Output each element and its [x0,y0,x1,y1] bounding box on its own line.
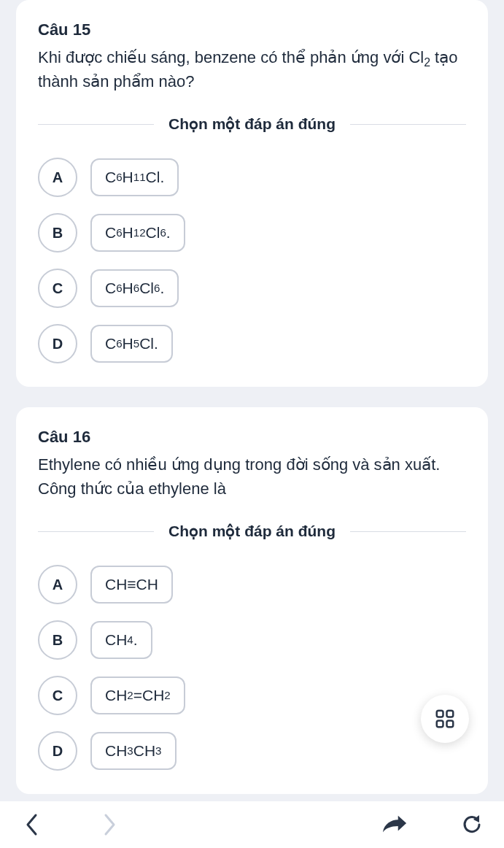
option-a[interactable]: A C6H11Cl. [38,158,466,197]
option-content[interactable]: CH4. [90,621,152,659]
next-button-disabled [96,812,123,838]
svg-rect-1 [447,711,454,717]
svg-rect-0 [437,711,443,717]
chevron-right-icon [102,813,117,836]
option-d[interactable]: D C6H5Cl. [38,324,466,363]
option-letter[interactable]: B [38,213,77,253]
option-letter[interactable]: C [38,269,77,308]
option-content[interactable]: C6H11Cl. [90,158,179,196]
instruction-label: Chọn một đáp án đúng [154,523,350,540]
questions-scroll[interactable]: Câu 15 Khi được chiếu sáng, benzene có t… [0,0,504,801]
option-d[interactable]: D CH3CH3 [38,731,466,771]
option-letter[interactable]: B [38,620,77,660]
option-b[interactable]: B CH4. [38,620,466,660]
question-title: Câu 16 [38,428,466,447]
option-letter[interactable]: D [38,324,77,363]
share-arrow-icon [381,814,408,836]
option-c[interactable]: C CH2 =CH2 [38,676,466,715]
instruction-label: Chọn một đáp án đúng [154,115,350,133]
option-letter[interactable]: C [38,676,77,715]
option-content[interactable]: C6H12Cl6. [90,214,185,252]
grid-fab-button[interactable] [421,695,469,743]
instruction-divider: Chọn một đáp án đúng [38,115,466,133]
svg-rect-2 [437,721,443,728]
option-letter[interactable]: A [38,158,77,197]
reload-button[interactable] [459,812,485,838]
question-card-16: Câu 16 Ethylene có nhiều ứng dụng trong … [16,407,488,794]
option-content[interactable]: C6H6Cl6. [90,269,179,307]
question-card-15: Câu 15 Khi được chiếu sáng, benzene có t… [16,0,488,387]
options-list: A C6H11Cl. B C6H12Cl6. C C6H6Cl6. D [38,158,466,363]
question-text: Ethylene có nhiều ứng dụng trong đời sốn… [38,452,466,501]
option-content[interactable]: C6H5Cl. [90,325,173,363]
option-a[interactable]: A CH ≡CH [38,565,466,604]
option-content[interactable]: CH2 =CH2 [90,677,185,714]
option-content[interactable]: CH3CH3 [90,732,177,770]
svg-rect-3 [447,721,454,728]
question-title: Câu 15 [38,20,466,39]
option-letter[interactable]: D [38,731,77,771]
reload-icon [460,813,484,836]
options-list: A CH ≡CH B CH4. C CH2 =CH2 D CH [38,565,466,771]
instruction-divider: Chọn một đáp án đúng [38,523,466,540]
bottom-nav [0,801,504,848]
question-text: Khi được chiếu sáng, benzene có thể phản… [38,45,466,93]
option-b[interactable]: B C6H12Cl6. [38,213,466,253]
grid-icon [434,708,456,730]
option-content[interactable]: CH ≡CH [90,566,173,604]
prev-button[interactable] [19,812,45,838]
chevron-left-icon [25,813,39,836]
option-letter[interactable]: A [38,565,77,604]
option-c[interactable]: C C6H6Cl6. [38,269,466,308]
share-button[interactable] [381,812,408,838]
